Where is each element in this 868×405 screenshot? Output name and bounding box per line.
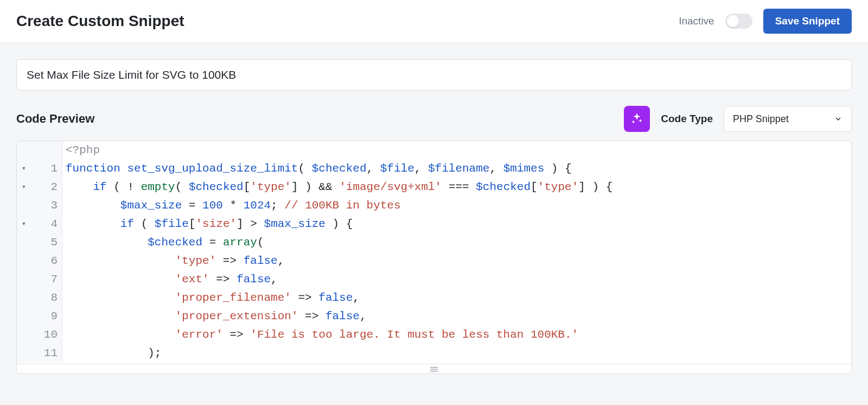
svg-rect-2	[430, 371, 438, 371]
gutter: ▾2	[17, 178, 62, 197]
code-type-select[interactable]: PHP Snippet	[724, 106, 852, 132]
gutter: 5	[17, 233, 62, 252]
code-editor-viewport[interactable]: <?php▾1function set_svg_upload_size_limi…	[17, 141, 851, 364]
body: Code Preview Code Type PHP Snippet <?php…	[0, 43, 868, 390]
code-line[interactable]: 6 'type' => false,	[17, 252, 851, 270]
code-content[interactable]: <?php	[62, 141, 100, 160]
ai-generate-button[interactable]	[624, 106, 650, 132]
code-content[interactable]: 'proper_extension' => false,	[62, 307, 367, 326]
section-row: Code Preview Code Type PHP Snippet	[16, 106, 852, 132]
code-line[interactable]: ▾1function set_svg_upload_size_limit( $c…	[17, 160, 851, 178]
gutter: 10	[17, 326, 62, 344]
code-content[interactable]: if ( $file['size'] > $max_size ) {	[62, 215, 353, 233]
page-header: Create Custom Snippet Inactive Save Snip…	[0, 0, 868, 43]
code-line[interactable]: <?php	[17, 141, 851, 160]
code-line[interactable]: 11 );	[17, 344, 851, 363]
drag-handle-icon	[430, 366, 438, 372]
toggle-knob	[727, 15, 739, 27]
code-content[interactable]: 'error' => 'File is too large. It must b…	[62, 326, 578, 344]
status-label: Inactive	[679, 15, 714, 27]
gutter: 3	[17, 197, 62, 215]
section-title: Code Preview	[16, 112, 94, 126]
code-line[interactable]: 10 'error' => 'File is too large. It mus…	[17, 326, 851, 344]
gutter: 9	[17, 307, 62, 326]
gutter: 6	[17, 252, 62, 270]
snippet-title-input[interactable]	[16, 59, 852, 91]
code-type-label: Code Type	[661, 113, 713, 125]
code-line[interactable]: 5 $checked = array(	[17, 233, 851, 252]
gutter: 8	[17, 289, 62, 307]
sparkle-icon	[630, 112, 644, 126]
svg-rect-1	[430, 369, 438, 369]
code-content[interactable]: if ( ! empty( $checked['type'] ) && 'ima…	[62, 178, 612, 197]
section-controls: Code Type PHP Snippet	[624, 106, 852, 132]
gutter: ▾4	[17, 215, 62, 233]
page-title: Create Custom Snippet	[16, 12, 184, 30]
code-line[interactable]: ▾2 if ( ! empty( $checked['type'] ) && '…	[17, 178, 851, 197]
code-content[interactable]: $checked = array(	[62, 233, 264, 252]
gutter	[17, 141, 62, 160]
code-content[interactable]: function set_svg_upload_size_limit( $che…	[62, 160, 572, 178]
svg-rect-0	[430, 367, 438, 368]
chevron-down-icon	[834, 115, 843, 123]
code-line[interactable]: 7 'ext' => false,	[17, 270, 851, 289]
code-editor[interactable]: <?php▾1function set_svg_upload_size_limi…	[16, 141, 852, 374]
code-line[interactable]: 9 'proper_extension' => false,	[17, 307, 851, 326]
code-line[interactable]: 3 $max_size = 100 * 1024; // 100KB in by…	[17, 197, 851, 215]
code-content[interactable]: 'proper_filename' => false,	[62, 289, 360, 307]
header-actions: Inactive Save Snippet	[679, 9, 852, 34]
code-line[interactable]: ▾4 if ( $file['size'] > $max_size ) {	[17, 215, 851, 233]
gutter: 7	[17, 270, 62, 289]
code-content[interactable]: $max_size = 100 * 1024; // 100KB in byte…	[62, 197, 401, 215]
code-type-value: PHP Snippet	[733, 113, 789, 125]
save-button[interactable]: Save Snippet	[763, 9, 852, 34]
active-toggle[interactable]	[725, 14, 752, 29]
code-content[interactable]: 'type' => false,	[62, 252, 284, 270]
code-content[interactable]: );	[62, 344, 161, 363]
gutter: ▾1	[17, 160, 62, 178]
code-content[interactable]: 'ext' => false,	[62, 270, 278, 289]
gutter: 11	[17, 344, 62, 363]
code-line[interactable]: 8 'proper_filename' => false,	[17, 289, 851, 307]
editor-resize-handle[interactable]	[17, 364, 851, 374]
